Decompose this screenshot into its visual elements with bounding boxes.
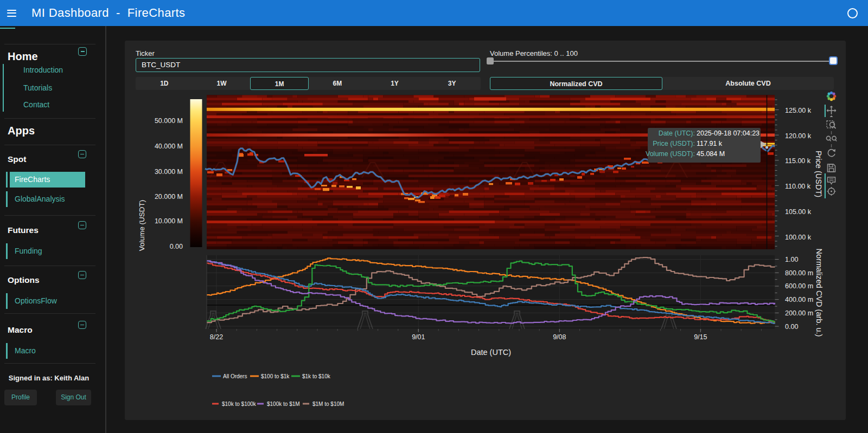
svg-text:400.00 m: 400.00 m (785, 296, 813, 303)
svg-text:200.00 m: 200.00 m (785, 309, 813, 317)
svg-text:9/08: 9/08 (553, 333, 566, 341)
svg-text:800.00 m: 800.00 m (785, 269, 813, 277)
svg-text:Date (UTC):: Date (UTC): (659, 130, 695, 137)
svg-text:$100 to $1k: $100 to $1k (261, 373, 290, 379)
svg-text:$1M to $10M: $1M to $10M (312, 401, 344, 407)
svg-text:Date (UTC): Date (UTC) (471, 348, 511, 357)
svg-text:100.00 k: 100.00 k (785, 234, 812, 241)
svg-text:0.00: 0.00 (170, 243, 183, 250)
svg-text:Volume (USDT):: Volume (USDT): (646, 150, 695, 158)
svg-text:9/15: 9/15 (694, 333, 707, 341)
svg-text:40.000 M: 40.000 M (155, 143, 183, 150)
svg-text:9/01: 9/01 (412, 333, 425, 341)
svg-text:$1k to $10k: $1k to $10k (302, 373, 331, 379)
svg-text:120.00 k: 120.00 k (785, 132, 812, 140)
svg-text:Normalized CVD (arb. u.): Normalized CVD (arb. u.) (815, 249, 824, 337)
svg-text:50.000 M: 50.000 M (155, 117, 183, 125)
svg-text:Price (USDT): Price (USDT) (814, 151, 823, 197)
svg-text:Price (USDT):: Price (USDT): (653, 140, 695, 147)
svg-text:2025-09-18 07:04:23: 2025-09-18 07:04:23 (697, 130, 760, 137)
svg-text:600.00 m: 600.00 m (785, 282, 813, 290)
svg-text:1.00: 1.00 (785, 256, 798, 263)
svg-text:30.000 M: 30.000 M (155, 168, 183, 176)
svg-text:110.00 k: 110.00 k (785, 183, 811, 190)
svg-text:All Orders: All Orders (223, 373, 247, 379)
svg-text:20.000 M: 20.000 M (155, 193, 183, 201)
svg-text:8/22: 8/22 (210, 333, 223, 341)
svg-text:105.00 k: 105.00 k (785, 208, 812, 216)
svg-text:125.00 k: 125.00 k (785, 107, 812, 114)
svg-text:117.91 k: 117.91 k (697, 140, 723, 147)
svg-text:0.00: 0.00 (785, 323, 798, 331)
svg-text:$10k to $100k: $10k to $100k (222, 401, 257, 407)
svg-text:45.084 M: 45.084 M (697, 150, 725, 158)
svg-text:115.00 k: 115.00 k (785, 157, 811, 165)
svg-text:$100k to $1M: $100k to $1M (267, 401, 300, 407)
svg-text:Volume (USDT): Volume (USDT) (138, 200, 146, 251)
svg-text:10.000 M: 10.000 M (155, 217, 183, 225)
